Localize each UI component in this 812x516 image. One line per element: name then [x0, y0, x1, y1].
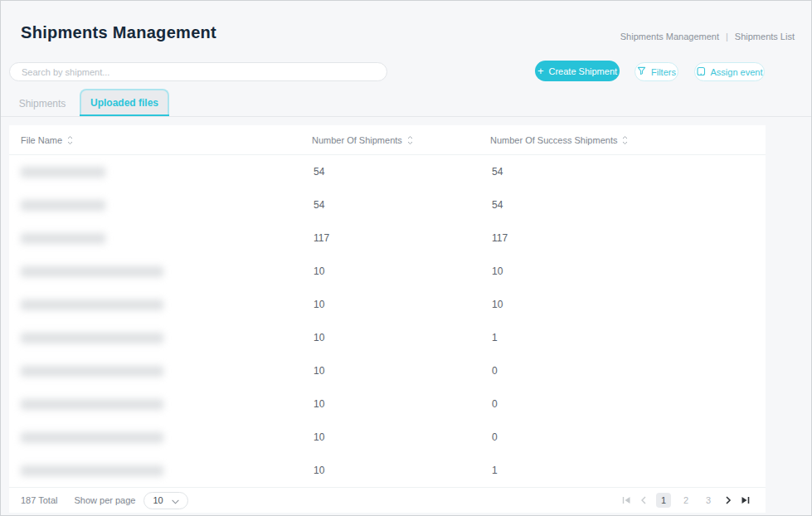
- column-header-number-of-success-shipments[interactable]: Number Of Success Shipments: [490, 125, 628, 155]
- tab-shipments[interactable]: Shipments: [9, 92, 75, 115]
- table-row[interactable]: 10 10: [9, 288, 766, 321]
- uploaded-files-table: File Name Number Of Shipments Number Of …: [9, 125, 766, 513]
- cell-number-of-shipments: 10: [314, 288, 324, 321]
- file-name-redacted: [21, 465, 163, 476]
- total-count: 187 Total: [21, 495, 57, 505]
- pagination-pages: 1 2 3: [656, 493, 716, 508]
- per-page-select[interactable]: 10: [143, 492, 188, 509]
- sort-chevrons-icon: [407, 135, 413, 145]
- last-page-icon[interactable]: [741, 496, 751, 504]
- show-per-page-label: Show per page: [74, 495, 135, 505]
- column-header-label: Number Of Shipments: [312, 135, 402, 145]
- sort-chevrons-icon: [622, 135, 628, 145]
- funnel-icon: [637, 66, 646, 77]
- cell-number-of-shipments: 10: [314, 454, 324, 487]
- file-name-redacted: [21, 366, 163, 377]
- file-name-redacted: [21, 233, 105, 244]
- file-name-redacted: [21, 333, 163, 343]
- sort-chevrons-icon: [67, 135, 73, 145]
- cell-number-of-success-shipments: 54: [492, 155, 503, 188]
- tab-uploaded-files-label: Uploaded files: [90, 97, 158, 109]
- chevron-left-icon[interactable]: [640, 496, 647, 504]
- chevron-right-icon[interactable]: [725, 496, 732, 504]
- file-name-redacted: [21, 299, 163, 310]
- cell-number-of-shipments: 54: [314, 155, 324, 188]
- table-row[interactable]: 54 54: [9, 188, 766, 221]
- table-row[interactable]: 10 0: [9, 421, 766, 454]
- page-title: Shipments Management: [21, 23, 216, 42]
- event-icon: [697, 66, 706, 78]
- table-row[interactable]: 54 54: [9, 155, 766, 188]
- cell-number-of-success-shipments: 1: [492, 321, 498, 354]
- cell-number-of-success-shipments: 54: [492, 188, 503, 221]
- cell-number-of-success-shipments: 0: [492, 387, 498, 421]
- tabs-divider: [1, 116, 812, 117]
- table-header-row: File Name Number Of Shipments Number Of …: [9, 125, 766, 155]
- breadcrumb-shipments-list[interactable]: Shipments List: [735, 32, 795, 41]
- table-row[interactable]: 10 0: [9, 354, 766, 387]
- cell-number-of-success-shipments: 1: [492, 454, 498, 487]
- column-header-file-name[interactable]: File Name: [21, 125, 73, 155]
- plus-icon: +: [537, 66, 544, 76]
- column-header-label: File Name: [21, 135, 62, 145]
- file-name-redacted: [21, 432, 163, 443]
- table-row[interactable]: 10 1: [9, 321, 766, 354]
- shipments-management-page: Shipments Management Shipments Managemen…: [0, 0, 812, 516]
- filters-label: Filters: [651, 67, 676, 77]
- per-page-value: 10: [153, 495, 163, 505]
- column-header-number-of-shipments[interactable]: Number Of Shipments: [312, 125, 413, 155]
- create-shipment-button[interactable]: + Create Shipment: [535, 61, 620, 81]
- cell-number-of-success-shipments: 117: [492, 221, 508, 255]
- cell-number-of-success-shipments: 10: [492, 255, 503, 288]
- table-footer: 187 Total Show per page 10 1 2 3: [9, 487, 766, 513]
- cell-number-of-success-shipments: 10: [492, 288, 503, 321]
- file-name-redacted: [21, 167, 105, 178]
- table-row[interactable]: 10 10: [9, 255, 766, 288]
- cell-number-of-success-shipments: 0: [492, 354, 498, 387]
- table-row[interactable]: 117 117: [9, 221, 766, 255]
- cell-number-of-shipments: 10: [314, 255, 324, 288]
- breadcrumb-shipments-management[interactable]: Shipments Management: [620, 32, 719, 41]
- page-number-button[interactable]: 2: [678, 493, 693, 508]
- table-row[interactable]: 10 0: [9, 387, 766, 421]
- breadcrumb-separator: |: [726, 32, 728, 41]
- file-name-redacted: [21, 266, 163, 277]
- cell-number-of-shipments: 10: [314, 354, 324, 387]
- file-name-redacted: [21, 399, 163, 410]
- cell-number-of-shipments: 117: [314, 221, 329, 255]
- page-number-button[interactable]: 1: [656, 493, 671, 508]
- cell-number-of-shipments: 10: [314, 421, 324, 454]
- assign-event-label: Assign event: [711, 67, 763, 77]
- cell-number-of-shipments: 54: [314, 188, 324, 221]
- assign-event-button[interactable]: Assign event: [694, 62, 765, 81]
- column-header-label: Number Of Success Shipments: [490, 135, 617, 145]
- tab-shipments-label: Shipments: [19, 98, 66, 110]
- breadcrumb: Shipments Management | Shipments List: [620, 32, 795, 41]
- table-row[interactable]: 10 1: [9, 454, 766, 487]
- page-number-button[interactable]: 3: [701, 493, 716, 508]
- cell-number-of-success-shipments: 0: [492, 421, 498, 454]
- filters-button[interactable]: Filters: [635, 62, 678, 81]
- search-input[interactable]: [9, 62, 387, 81]
- pagination: 1 2 3: [621, 493, 751, 508]
- table-body: 54 54 54 54 117 117 10 10: [9, 155, 766, 487]
- chevron-down-icon: [172, 493, 179, 508]
- create-shipment-label: Create Shipment: [549, 66, 618, 76]
- first-page-icon[interactable]: [621, 496, 631, 504]
- file-name-redacted: [21, 200, 105, 211]
- cell-number-of-shipments: 10: [314, 387, 324, 421]
- cell-number-of-shipments: 10: [314, 321, 324, 354]
- tab-uploaded-files[interactable]: Uploaded files: [80, 89, 169, 114]
